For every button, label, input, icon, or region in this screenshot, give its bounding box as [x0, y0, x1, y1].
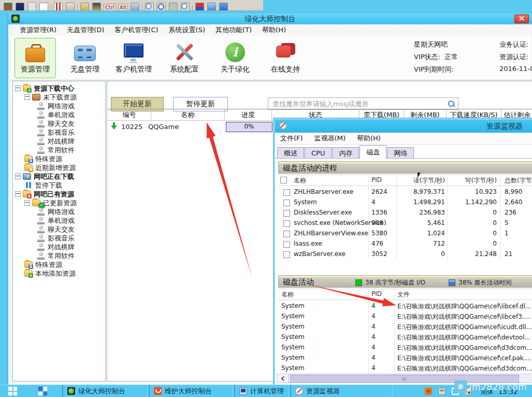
confirm-icon[interactable]: [169, 3, 178, 11]
collapse-icon[interactable]: [24, 200, 30, 206]
tree-item-special[interactable]: S特殊资源: [13, 260, 62, 269]
monitor-menu-monitor[interactable]: 监视器(M): [314, 134, 346, 143]
menu-client[interactable]: 客户机管理(C): [114, 25, 158, 35]
window-capture-icon[interactable]: [80, 3, 89, 11]
start-button[interactable]: [8, 387, 17, 395]
scroll-left-button[interactable]: [278, 374, 289, 382]
search-input[interactable]: [268, 98, 458, 109]
tree-item-common-software[interactable]: 常用软件: [13, 146, 75, 154]
process-row[interactable]: svchost.exe (NetworkService) 908 5,461 0…: [278, 218, 532, 229]
menu-help[interactable]: 帮助(H): [262, 25, 286, 35]
ribbon-about-button[interactable]: 关于绿化: [214, 38, 256, 78]
proc-col-write[interactable]: 写(字节/秒): [449, 176, 497, 185]
row-checkbox[interactable]: [283, 189, 290, 196]
collapse-icon[interactable]: [15, 191, 21, 197]
menu-other[interactable]: 其他功能(T): [215, 25, 252, 35]
tree-item-media[interactable]: 影视音乐: [13, 234, 75, 243]
taskbar-button-maintain[interactable]: 维护大师控制台: [149, 385, 233, 397]
taskbar-button-console[interactable]: 绿化大师控制台: [62, 385, 148, 397]
tree-item-single-games[interactable]: 单机游戏: [13, 216, 75, 225]
tab-overview[interactable]: 概述: [277, 147, 304, 159]
process-row[interactable]: wzBarServer.exe 3052 0 21,248 21: [278, 249, 532, 260]
collapse-icon[interactable]: [24, 94, 30, 100]
collapse-icon[interactable]: [15, 174, 21, 179]
menu-resource[interactable]: 资源管理(R): [20, 25, 56, 35]
tree-item-recent[interactable]: N近期新增资源: [13, 163, 76, 172]
process-row[interactable]: System 4 1,498,291 1,142,290 2,640: [278, 197, 532, 208]
file-row[interactable]: System 4 E:\召唤游戏\对战棋牌\QQGame\cef\cef.pak…: [278, 353, 532, 363]
menu-system[interactable]: 系统设置(S): [169, 25, 205, 35]
redo-icon[interactable]: [66, 3, 75, 11]
file-col-name[interactable]: 名称: [281, 290, 294, 299]
tray-printer-icon[interactable]: [438, 388, 445, 395]
taskbar-button-resource-monitor[interactable]: 资源监视器: [290, 385, 393, 397]
ribbon-config-button[interactable]: 系统配置: [164, 38, 205, 78]
file-col-pid[interactable]: PID: [371, 290, 382, 297]
file-col-file[interactable]: 文件: [397, 290, 410, 299]
process-row[interactable]: lsass.exe 476 712 0: [278, 239, 532, 249]
alt-button[interactable]: Alt: [118, 4, 128, 11]
file-row[interactable]: System 4 E:\召唤游戏\对战棋牌\QQGame\cef\libcef3…: [278, 311, 532, 322]
row-checkbox[interactable]: [283, 241, 290, 248]
save-icon[interactable]: [16, 3, 24, 11]
tab-disk[interactable]: 磁盘: [360, 145, 386, 159]
row-name[interactable]: QQGame: [148, 123, 179, 131]
tab-network[interactable]: 网络: [387, 147, 414, 159]
ribbon-support-button[interactable]: 在线支持: [265, 38, 306, 78]
tree-item-common-software[interactable]: 常用软件: [13, 251, 75, 260]
exit-icon[interactable]: [4, 3, 12, 11]
row-id[interactable]: 10225: [121, 123, 142, 131]
tree-item-not-downloaded[interactable]: 未下载资源: [13, 93, 77, 102]
close-button[interactable]: [514, 15, 529, 23]
taskbar-button-computer-mgmt[interactable]: 计算机管理: [234, 385, 289, 397]
tree-item-board-games[interactable]: 对战棋牌: [13, 137, 75, 146]
tree-item-single-games[interactable]: 单机游戏: [13, 110, 75, 119]
row-checkbox[interactable]: [283, 210, 290, 217]
proc-col-read[interactable]: 读(字节/秒): [399, 176, 445, 185]
tree-item-local-added[interactable]: +本地添加资源: [13, 269, 76, 278]
tree-item-chat[interactable]: 聊天交友: [13, 225, 75, 234]
zoom-in-icon[interactable]: [145, 3, 154, 11]
process-row[interactable]: DisklessServer.exe 1336 236,983 0 236: [278, 208, 532, 218]
tree-item-paused[interactable]: 暂停下载: [13, 181, 62, 190]
row-checkbox[interactable]: [283, 200, 290, 206]
ctrl-button[interactable]: Ctrl: [104, 4, 116, 11]
process-row[interactable]: ZHLHBarserverView.exe 5380 1,024 0 1: [278, 229, 532, 239]
copy-icon[interactable]: [131, 3, 139, 11]
select-all-checkbox[interactable]: [280, 177, 287, 183]
tree-item-updated[interactable]: ✓已更新资源: [13, 198, 77, 207]
tree-item-download-center[interactable]: ↓资源下载中心: [13, 84, 74, 93]
col-header-name[interactable]: 名称: [151, 109, 225, 120]
row-checkbox[interactable]: [283, 231, 290, 237]
pinned-app-icon[interactable]: [38, 387, 47, 395]
search-icon[interactable]: [448, 100, 455, 107]
proc-col-name[interactable]: 名称: [294, 176, 306, 185]
process-row[interactable]: ZHLHBarserver.exe 2624 8,979,371 10,923 …: [278, 187, 532, 197]
ribbon-resource-button[interactable]: 资源管理: [15, 38, 56, 78]
tree-item-chat[interactable]: 聊天交友: [13, 119, 75, 128]
tab-cpu[interactable]: CPU: [305, 147, 332, 159]
menu-diskless[interactable]: 无盘管理(D): [67, 25, 104, 35]
pause-icon[interactable]: [54, 3, 63, 11]
ribbon-diskless-button[interactable]: 无盘管理: [64, 38, 106, 78]
report-icon[interactable]: [27, 3, 36, 11]
selection-icon[interactable]: [207, 3, 216, 11]
file-row[interactable]: System 4 E:\召唤游戏\对战棋牌\QQGame\cef\devtool…: [278, 332, 532, 343]
file-row[interactable]: System 4 E:\召唤游戏\对战棋牌\QQGame\cef\d3dcom.…: [278, 343, 532, 353]
row-checkbox[interactable]: [283, 220, 290, 227]
tree-item-downloading[interactable]: 网吧正在下载: [13, 172, 74, 181]
target-icon[interactable]: [195, 3, 204, 11]
ribbon-client-button[interactable]: 客户机管理: [113, 38, 154, 78]
monitor-menu-file[interactable]: 文件(F): [280, 134, 303, 143]
text-tool-icon[interactable]: [39, 3, 48, 11]
tree-item-online-games[interactable]: 网络游戏: [13, 207, 75, 216]
col-header-id[interactable]: 编号: [108, 109, 151, 120]
tree-item-board-games[interactable]: 对战棋牌: [13, 243, 75, 251]
tree-item-media[interactable]: 影视音乐: [13, 128, 75, 137]
collapse-icon[interactable]: [15, 86, 21, 91]
tab-memory[interactable]: 内存: [332, 147, 359, 159]
tree-item-online-games[interactable]: 网络游戏: [13, 102, 75, 110]
file-row[interactable]: System 4 E:\召唤游戏\对战棋牌\QQGame\cef\icudt.d…: [278, 322, 532, 332]
file-row[interactable]: System 4 E:\召唤游戏\对战棋牌\QQGame\cef\d3dcom.…: [278, 363, 532, 374]
play-icon[interactable]: [219, 3, 228, 11]
